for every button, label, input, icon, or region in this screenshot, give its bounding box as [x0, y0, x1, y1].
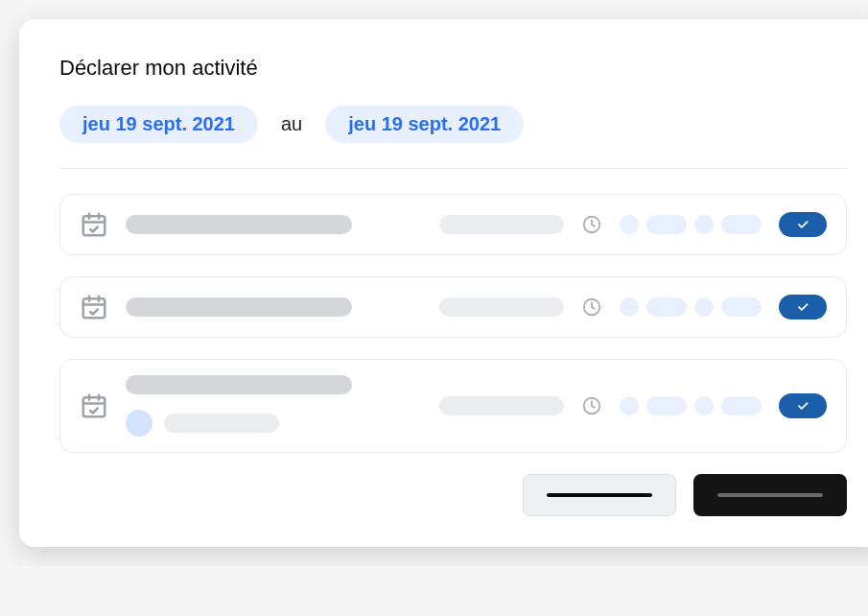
calendar-check-icon: [80, 391, 108, 420]
button-label-placeholder: [717, 493, 823, 497]
check-icon: [796, 399, 809, 413]
time-slot[interactable]: [694, 215, 714, 234]
submit-button[interactable]: [693, 474, 847, 516]
activity-title-placeholder: [126, 375, 352, 394]
date-from-pill[interactable]: jeu 19 sept. 2021: [59, 106, 258, 143]
activity-meta-placeholder: [439, 215, 564, 234]
date-to-pill[interactable]: jeu 19 sept. 2021: [325, 106, 524, 143]
time-slots: [620, 396, 762, 415]
activity-row: [59, 359, 847, 453]
time-slot[interactable]: [620, 215, 639, 234]
svg-rect-2: [83, 298, 106, 318]
calendar-check-icon: [80, 210, 108, 239]
time-slots: [620, 215, 762, 234]
activity-assignee: [126, 410, 352, 437]
calendar-check-icon: [80, 293, 108, 321]
date-range: jeu 19 sept. 2021 au jeu 19 sept. 2021: [59, 106, 847, 143]
check-icon: [796, 300, 809, 314]
avatar: [126, 410, 152, 437]
time-slot[interactable]: [646, 215, 687, 234]
time-slot[interactable]: [721, 297, 762, 317]
activity-title-placeholder: [126, 215, 352, 234]
activity-row: [59, 194, 847, 255]
confirm-button[interactable]: [779, 393, 827, 418]
svg-rect-0: [83, 216, 106, 235]
time-slot[interactable]: [721, 215, 762, 234]
time-slot[interactable]: [721, 396, 762, 415]
check-icon: [796, 218, 809, 231]
divider: [59, 168, 847, 169]
confirm-button[interactable]: [779, 295, 827, 320]
assignee-name-placeholder: [164, 414, 279, 433]
activity-meta-placeholder: [439, 297, 564, 317]
time-slots: [620, 297, 762, 317]
clock-icon: [581, 214, 602, 235]
confirm-button[interactable]: [779, 212, 827, 237]
time-slot[interactable]: [646, 396, 687, 415]
clock-icon: [581, 395, 602, 416]
page-title: Déclarer mon activité: [59, 56, 847, 81]
time-slot[interactable]: [620, 396, 639, 415]
cancel-button[interactable]: [523, 474, 676, 516]
declare-activity-card: Déclarer mon activité jeu 19 sept. 2021 …: [19, 19, 868, 547]
time-slot[interactable]: [694, 396, 714, 415]
activity-row: [59, 276, 847, 338]
time-slot[interactable]: [620, 297, 639, 317]
clock-icon: [581, 296, 602, 318]
activity-title-placeholder: [126, 297, 352, 317]
time-slot[interactable]: [694, 297, 714, 317]
button-label-placeholder: [547, 493, 652, 497]
time-slot[interactable]: [646, 297, 687, 317]
date-separator: au: [281, 113, 302, 135]
svg-rect-4: [83, 397, 106, 416]
footer-actions: [59, 474, 847, 516]
activity-meta-placeholder: [439, 396, 564, 415]
